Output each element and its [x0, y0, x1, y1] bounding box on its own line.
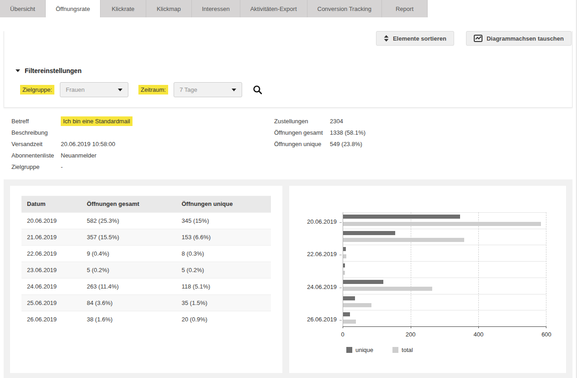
detail-row: Versandzeit20.06.2019 10:58:00: [11, 138, 274, 150]
table-cell: 20.06.2019: [21, 212, 81, 229]
table-cell: 263 (11.4%): [81, 278, 176, 294]
table-cell: 20 (0.9%): [176, 311, 271, 327]
table-header-cell: Öffnungen unique: [176, 196, 271, 212]
bar-total: [343, 238, 464, 242]
x-tick: [411, 326, 411, 328]
detail-label: Beschreibung: [11, 127, 61, 138]
x-tick: [343, 326, 343, 328]
gridline: [411, 212, 411, 326]
table-cell: 38 (1.6%): [81, 311, 176, 327]
line-chart-icon: [474, 35, 482, 42]
gridline: [546, 212, 546, 326]
y-tick: [339, 222, 342, 223]
detail-label: Zielgruppe: [11, 161, 61, 173]
bar-unique: [343, 263, 345, 268]
gridline: [343, 212, 546, 213]
detail-value: Neuanmelder: [61, 150, 96, 161]
gridline: [478, 212, 479, 326]
table-cell: 118 (5.1%): [176, 278, 271, 294]
y-axis-label: 24.06.2019: [296, 284, 337, 290]
bar-total: [343, 287, 432, 291]
detail-value: -: [61, 161, 63, 173]
gridline: [343, 261, 546, 262]
period-select[interactable]: 7 Tage: [174, 82, 242, 97]
tab-übersicht[interactable]: Übersicht: [0, 0, 46, 17]
x-axis-label: 400: [465, 331, 492, 338]
x-axis-line: [343, 326, 546, 327]
y-tick: [339, 288, 342, 288]
chevron-down-icon: [232, 89, 236, 91]
results-panel: DatumÖffnungen gesamtÖffnungen unique 20…: [4, 179, 572, 378]
bar-total: [343, 303, 371, 307]
page-container: ÜbersichtÖffnungsrateKlickrateKlickmapIn…: [0, 0, 577, 378]
table-row: 26.06.201938 (1.6%)20 (0.9%): [21, 311, 271, 327]
bar-total: [343, 271, 345, 275]
swap-chart-axes-button[interactable]: Diagrammachsen tauschen: [466, 31, 572, 46]
table-cell: 35 (1.5%): [176, 294, 271, 311]
tab-aktivitäten-export[interactable]: Aktivitäten-Export: [240, 0, 307, 17]
mailing-details: BetreffIch bin eine StandardmailBeschrei…: [0, 108, 576, 173]
detail-label: Versandzeit: [11, 138, 61, 150]
x-axis-label: 0: [329, 331, 356, 338]
tab-bar: ÜbersichtÖffnungsrateKlickrateKlickmapIn…: [0, 0, 576, 17]
detail-row: Zielgruppe-: [11, 161, 274, 173]
table-cell: 84 (3.6%): [81, 294, 176, 311]
period-label: Zeitraum:: [138, 85, 168, 94]
gridline: [343, 229, 546, 229]
detail-value: Ich bin eine Standardmail: [61, 116, 132, 127]
period-value: 7 Tage: [180, 86, 197, 93]
sort-icon: [384, 35, 389, 42]
detail-row: Öffnungen unique549 (23.8%): [274, 138, 366, 150]
toolbar: Elemente sortieren Diagrammachsen tausch…: [4, 31, 572, 46]
y-tick: [339, 255, 342, 255]
mailing-details-right: Zustellungen2304Öffnungen gesamt1338 (58…: [274, 116, 366, 173]
tab-klickrate[interactable]: Klickrate: [101, 0, 146, 17]
y-axis-label: 26.06.2019: [296, 316, 337, 322]
detail-row: BetreffIch bin eine Standardmail: [11, 116, 274, 127]
tab-öffnungsrate[interactable]: Öffnungsrate: [46, 0, 101, 17]
bar-chart-plot: 20.06.201922.06.201924.06.201926.06.2019…: [343, 212, 546, 326]
top-panel: Elemente sortieren Diagrammachsen tausch…: [4, 31, 572, 108]
legend-item-unique: unique: [346, 346, 373, 353]
bar-total: [343, 222, 541, 226]
bar-unique: [343, 247, 346, 251]
table-cell: 9 (0.4%): [81, 245, 176, 262]
search-icon: [252, 84, 263, 95]
tab-klickmap[interactable]: Klickmap: [146, 0, 192, 17]
detail-row: AbonnentenlisteNeuanmelder: [11, 150, 274, 161]
detail-row: Beschreibung: [11, 127, 274, 138]
bar-unique: [343, 231, 395, 235]
detail-label: Abonnentenliste: [11, 150, 61, 161]
highlighted-value: Ich bin eine Standardmail: [61, 116, 132, 126]
table-row: 21.06.2019357 (15.5%)153 (6.6%): [21, 229, 271, 245]
table-row: 25.06.201984 (3.6%)35 (1.5%): [21, 294, 271, 311]
target-group-label: Zielgruppe:: [20, 85, 54, 94]
tab-interessen[interactable]: Interessen: [192, 0, 240, 17]
search-button[interactable]: [252, 84, 263, 95]
table-cell: 25.06.2019: [21, 294, 81, 311]
filter-settings-heading: Filtereinstellungen: [25, 67, 81, 74]
table-header-cell: Öffnungen gesamt: [81, 196, 176, 212]
legend-item-total: total: [392, 346, 413, 353]
table-row: 24.06.2019263 (11.4%)118 (5.1%): [21, 278, 271, 294]
sort-elements-button[interactable]: Elemente sortieren: [376, 31, 454, 46]
detail-value: 2304: [330, 116, 343, 127]
y-axis-label: 22.06.2019: [296, 251, 337, 257]
openings-chart-card: 20.06.201922.06.201924.06.201926.06.2019…: [289, 186, 566, 373]
detail-value: 1338 (58.1%): [330, 127, 366, 138]
x-tick: [478, 326, 479, 328]
filter-settings-toggle[interactable]: Filtereinstellungen: [16, 67, 81, 74]
target-group-select[interactable]: Frauen: [60, 82, 128, 97]
x-tick: [546, 326, 546, 328]
table-header-cell: Datum: [21, 196, 81, 212]
tab-conversion-tracking[interactable]: Conversion Tracking: [307, 0, 382, 17]
tab-report[interactable]: Report: [382, 0, 428, 17]
filter-row: Zielgruppe: Frauen Zeitraum: 7 Tage: [20, 82, 572, 97]
table-cell: 5 (0.2%): [176, 262, 271, 278]
legend-label: unique: [355, 346, 373, 353]
legend-swatch: [346, 347, 352, 353]
table-row: 22.06.20199 (0.4%)8 (0.3%): [21, 245, 271, 262]
mailing-details-left: BetreffIch bin eine StandardmailBeschrei…: [11, 116, 274, 173]
table-cell: 23.06.2019: [21, 262, 81, 278]
gridline: [343, 245, 546, 245]
